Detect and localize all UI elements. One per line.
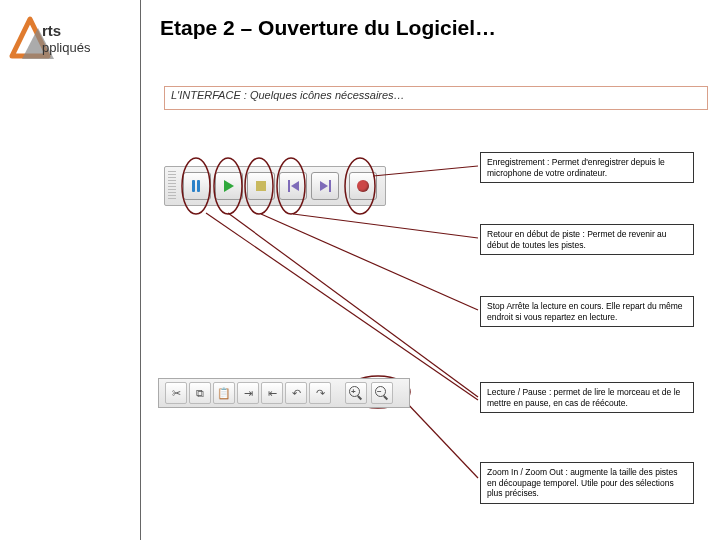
undo-button[interactable]: ↶	[285, 382, 307, 404]
svg-line-8	[373, 166, 478, 176]
silence-icon: ⇤	[268, 387, 277, 400]
zoom-in-button[interactable]: +	[345, 382, 367, 404]
skip-end-button[interactable]	[311, 172, 339, 200]
svg-text:ppliqués: ppliqués	[42, 40, 91, 55]
play-button[interactable]	[215, 172, 243, 200]
edit-toolbar: ✂ ⧉ 📋 ⇥ ⇤ ↶ ↷ + −	[158, 378, 410, 408]
stop-button[interactable]	[247, 172, 275, 200]
callout-record: Enregistrement : Permet d'enregistrer de…	[480, 152, 694, 183]
page-title: Etape 2 – Ouverture du Logiciel…	[160, 16, 496, 40]
zoom-out-icon: −	[375, 386, 389, 400]
pause-icon	[192, 180, 202, 192]
cut-button[interactable]: ✂	[165, 382, 187, 404]
subtitle: L'INTERFACE : Quelques icônes nécessaire…	[164, 86, 708, 110]
callout-stop: Stop Arrête la lecture en cours. Elle re…	[480, 296, 694, 327]
pause-button[interactable]	[183, 172, 211, 200]
svg-line-12	[228, 213, 478, 397]
svg-line-10	[261, 214, 478, 310]
callout-zoom: Zoom In / Zoom Out : augmente la taille …	[480, 462, 694, 504]
logo: rts ppliqués	[8, 14, 128, 64]
svg-line-13	[404, 400, 478, 478]
redo-icon: ↷	[316, 387, 325, 400]
zoom-out-button[interactable]: −	[371, 382, 393, 404]
skip-start-button[interactable]	[279, 172, 307, 200]
redo-button[interactable]: ↷	[309, 382, 331, 404]
callout-skip-start: Retour en début de piste : Permet de rev…	[480, 224, 694, 255]
record-icon	[357, 180, 369, 192]
stop-icon	[256, 181, 266, 191]
copy-button[interactable]: ⧉	[189, 382, 211, 404]
trim-icon: ⇥	[244, 387, 253, 400]
cut-icon: ✂	[172, 387, 181, 400]
skip-end-icon	[320, 180, 331, 192]
paste-button[interactable]: 📋	[213, 382, 235, 404]
svg-line-9	[293, 214, 478, 238]
trim-button[interactable]: ⇥	[237, 382, 259, 404]
undo-icon: ↶	[292, 387, 301, 400]
paste-icon: 📋	[217, 387, 231, 400]
svg-line-11	[206, 213, 478, 400]
callout-play-pause: Lecture / Pause : permet de lire le morc…	[480, 382, 694, 413]
skip-start-icon	[288, 180, 299, 192]
toolbar-grip	[168, 171, 176, 201]
zoom-in-icon: +	[349, 386, 363, 400]
transport-toolbar	[164, 166, 386, 206]
play-icon	[224, 180, 234, 192]
silence-button[interactable]: ⇤	[261, 382, 283, 404]
copy-icon: ⧉	[196, 387, 204, 400]
record-button[interactable]	[349, 172, 377, 200]
layout-divider	[140, 0, 141, 540]
svg-text:rts: rts	[42, 22, 61, 39]
